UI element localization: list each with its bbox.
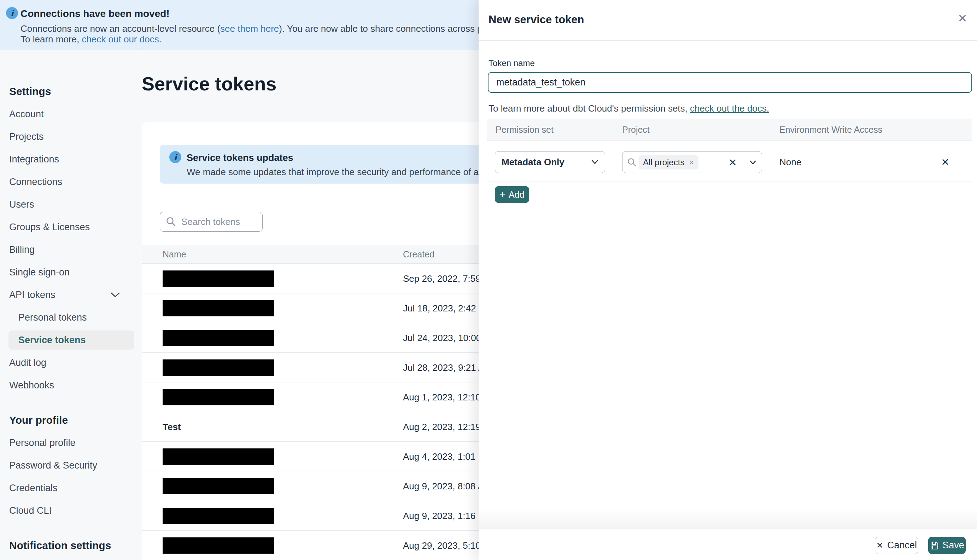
- drawer-footer: ✕Cancel Save: [478, 530, 977, 560]
- redacted-token-name: [162, 508, 274, 524]
- chevron-down-icon: [749, 160, 757, 165]
- search-tokens-field[interactable]: [160, 212, 263, 232]
- redacted-token-name: [162, 300, 274, 317]
- redacted-token-name: [162, 330, 274, 346]
- permission-sets-helper: To learn more about dbt Cloud's permissi…: [488, 103, 769, 114]
- see-them-here-link[interactable]: see them here: [220, 23, 279, 34]
- add-button[interactable]: +Add: [495, 186, 529, 203]
- environment-write-access-value: None: [780, 151, 801, 173]
- sidebar-item-connections[interactable]: Connections: [0, 170, 142, 193]
- sidebar-item-webhooks[interactable]: Webhooks: [0, 374, 142, 397]
- check-out-the-docs-link[interactable]: check out the docs.: [690, 103, 769, 114]
- page: i Connections have been moved! Connectio…: [0, 0, 977, 560]
- redacted-token-name: [162, 537, 274, 553]
- info-icon: i: [6, 7, 18, 19]
- chevron-down-icon: [110, 290, 120, 300]
- sidebar-header-notification-settings: Notification settings: [0, 534, 142, 557]
- remove-tag-icon[interactable]: ✕: [689, 158, 694, 167]
- project-multiselect[interactable]: All projects ✕ ✕: [622, 151, 762, 173]
- plus-icon: +: [500, 189, 505, 199]
- sidebar-item-api-tokens[interactable]: API tokens: [0, 283, 142, 306]
- sidebar-header-settings: Settings: [0, 80, 142, 103]
- sidebar-header-your-profile: Your profile: [0, 409, 142, 432]
- sidebar-item-credentials[interactable]: Credentials: [0, 477, 142, 499]
- redacted-token-name: [162, 478, 274, 494]
- close-icon: ✕: [876, 541, 883, 550]
- footer-shadow: [478, 508, 977, 529]
- sidebar-item-personal-profile[interactable]: Personal profile: [0, 432, 142, 454]
- redacted-token-name: [162, 448, 274, 465]
- new-service-token-drawer: New service token ✕ Token name To learn …: [478, 0, 977, 560]
- column-header-project: Project: [622, 118, 650, 140]
- column-header-name: Name: [162, 245, 186, 264]
- sidebar-item-billing[interactable]: Billing: [0, 238, 142, 261]
- sidebar-item-cloud-cli[interactable]: Cloud CLI: [0, 499, 142, 522]
- info-icon: i: [169, 151, 181, 163]
- chevron-down-icon: [591, 159, 599, 165]
- check-out-our-docs-link[interactable]: check out our docs.: [82, 34, 161, 45]
- page-title: Service tokens: [142, 73, 276, 95]
- sidebar-item-groups-licenses[interactable]: Groups & Licenses: [0, 216, 142, 238]
- token-name: Test: [162, 412, 181, 442]
- sidebar-item-audit-log[interactable]: Audit log: [0, 351, 142, 374]
- clear-selection-icon[interactable]: ✕: [728, 152, 737, 173]
- column-header-environment-write-access: Environment Write Access: [780, 118, 882, 140]
- cancel-button[interactable]: ✕Cancel: [875, 537, 918, 554]
- sidebar-item-users[interactable]: Users: [0, 193, 142, 216]
- column-header-permission-set: Permission set: [495, 118, 554, 140]
- sidebar-item-projects[interactable]: Projects: [0, 125, 142, 148]
- remove-row-icon[interactable]: ✕: [936, 151, 954, 173]
- permission-set-value: Metadata Only: [502, 157, 564, 168]
- save-icon: [930, 541, 939, 550]
- column-header-created: Created: [403, 245, 435, 264]
- token-name-label: Token name: [488, 58, 535, 68]
- sidebar-item-personal-tokens[interactable]: Personal tokens: [0, 306, 142, 329]
- permission-set-select[interactable]: Metadata Only: [495, 151, 605, 173]
- search-input[interactable]: [181, 217, 252, 227]
- drawer-header: New service token ✕: [478, 0, 977, 41]
- token-name-input[interactable]: [488, 72, 972, 93]
- settings-sidebar: Settings Account Projects Integrations C…: [0, 50, 142, 560]
- drawer-title: New service token: [488, 13, 584, 26]
- all-projects-tag: All projects ✕: [639, 155, 698, 170]
- permissions-table-header: Permission set Project Environment Write…: [487, 118, 972, 140]
- sidebar-item-single-sign-on[interactable]: Single sign-on: [0, 261, 142, 283]
- sidebar-item-integrations[interactable]: Integrations: [0, 148, 142, 170]
- redacted-token-name: [162, 360, 274, 376]
- search-icon: [166, 217, 176, 227]
- sidebar-item-password-security[interactable]: Password & Security: [0, 454, 142, 477]
- close-icon[interactable]: ✕: [955, 11, 970, 26]
- banner-title: Connections have been moved!: [20, 8, 170, 19]
- redacted-token-name: [162, 270, 274, 287]
- notice-title: Service tokens updates: [187, 153, 293, 163]
- redacted-token-name: [162, 389, 274, 405]
- search-icon: [627, 157, 637, 167]
- save-button[interactable]: Save: [928, 537, 966, 554]
- sidebar-item-service-tokens[interactable]: Service tokens: [0, 329, 142, 351]
- sidebar-item-account[interactable]: Account: [0, 103, 142, 125]
- banner-text-line2: To learn more, check out our docs.: [20, 34, 162, 45]
- divider: [487, 181, 972, 182]
